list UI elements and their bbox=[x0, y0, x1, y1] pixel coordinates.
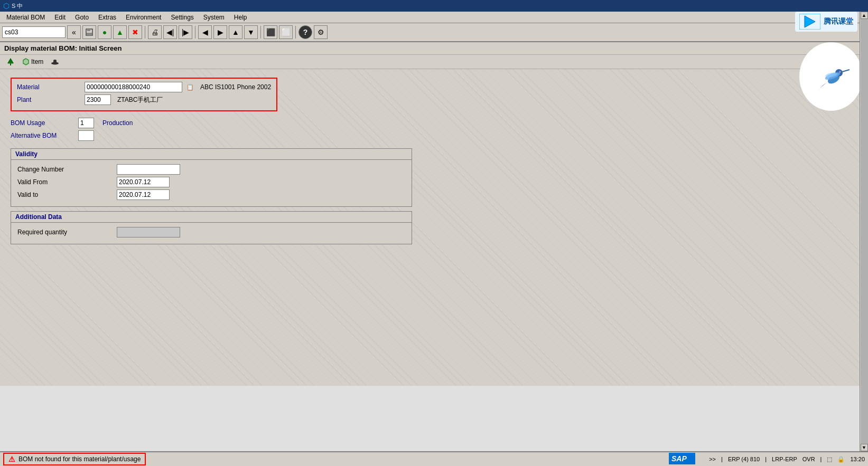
status-arrows: >> bbox=[709, 456, 716, 462]
status-bar-right: >> | ERP (4) 810 | LRP-ERP OVR | ⬚ 🔒 13:… bbox=[709, 456, 865, 463]
validity-section: Validity Change Number Valid From Valid … bbox=[11, 148, 412, 207]
menu-settings[interactable]: Settings bbox=[166, 13, 198, 22]
right-scrollbar: ▲ ▼ bbox=[860, 12, 868, 451]
alt-bom-row: Alternative BOM bbox=[11, 130, 857, 141]
up-arrow-button[interactable]: ▲ bbox=[113, 25, 127, 39]
error-message: BOM not found for this material/plant/us… bbox=[18, 455, 141, 463]
status-error-area: ⚠ BOM not found for this material/plant/… bbox=[3, 453, 146, 465]
back-nav-button[interactable]: « bbox=[67, 25, 81, 39]
valid-to-label: Valid to bbox=[17, 191, 113, 198]
svg-line-15 bbox=[842, 70, 850, 72]
save-icon bbox=[85, 28, 94, 36]
plant-input[interactable] bbox=[85, 94, 111, 105]
ovr-info: OVR bbox=[802, 456, 815, 462]
title-bar: ⬡ S 中 bbox=[0, 0, 868, 12]
hummingbird-svg bbox=[807, 53, 855, 100]
title-bar-left: ⬡ S 中 bbox=[3, 2, 23, 10]
validity-body: Change Number Valid From Valid to bbox=[11, 160, 412, 206]
tencent-logo-area: 腾讯课堂 bbox=[795, 12, 857, 32]
toolbar-separator-4 bbox=[295, 26, 296, 39]
customize-button[interactable]: ⚙ bbox=[314, 25, 328, 39]
menu-edit[interactable]: Edit bbox=[50, 13, 70, 22]
help-button[interactable]: ? bbox=[298, 25, 312, 39]
svg-rect-1 bbox=[87, 29, 90, 31]
scroll-up-arrow[interactable]: ▲ bbox=[861, 12, 868, 19]
status-separator-3: | bbox=[820, 456, 822, 462]
material-desc: ABC IS1001 Phone 2002 bbox=[200, 83, 271, 91]
toolbar-separator-3 bbox=[260, 26, 261, 39]
page-title-bar: Display material BOM: Initial Screen bbox=[0, 42, 868, 55]
edit-icon: ⬚ bbox=[827, 456, 832, 463]
print-button[interactable]: 🖨 bbox=[148, 25, 162, 39]
alt-bom-label: Alternative BOM bbox=[11, 132, 74, 139]
tree-button[interactable] bbox=[4, 56, 17, 67]
material-row: Material 📋 ABC IS1001 Phone 2002 bbox=[17, 82, 271, 92]
menu-material-bom[interactable]: Material BOM bbox=[2, 13, 49, 22]
change-number-label: Change Number bbox=[17, 166, 113, 173]
status-separator-1: | bbox=[721, 456, 723, 462]
lrp-erp-info: LRP-ERP bbox=[772, 456, 797, 462]
menu-goto[interactable]: Goto bbox=[71, 13, 93, 22]
additional-data-title: Additional Data bbox=[15, 213, 62, 221]
material-input[interactable] bbox=[85, 82, 182, 92]
lock-icon: 🔒 bbox=[837, 456, 845, 463]
sub-toolbar: Item bbox=[0, 55, 868, 69]
toolbar-separator-1 bbox=[145, 26, 145, 39]
tencent-text: 腾讯课堂 bbox=[824, 17, 853, 26]
view-button-2[interactable]: ⬜ bbox=[279, 25, 293, 39]
item-icon bbox=[22, 58, 30, 65]
find-next-button[interactable]: |▶ bbox=[179, 25, 192, 39]
bom-usage-input[interactable] bbox=[78, 118, 94, 128]
menu-help[interactable]: Help bbox=[230, 13, 251, 22]
plant-row: Plant ZTABC手机工厂 bbox=[17, 94, 271, 105]
svg-rect-2 bbox=[87, 33, 92, 35]
valid-to-row: Valid to bbox=[17, 189, 405, 200]
svg-marker-10 bbox=[805, 16, 815, 27]
change-number-input[interactable] bbox=[117, 164, 180, 175]
nav-left-button[interactable]: ◀ bbox=[198, 25, 212, 39]
material-copy-icon[interactable]: 📋 bbox=[186, 84, 194, 91]
svg-text:SAP: SAP bbox=[671, 454, 687, 463]
nav-up-button[interactable]: ▲ bbox=[229, 25, 242, 39]
plant-desc: ZTABC手机工厂 bbox=[117, 96, 163, 104]
menu-system[interactable]: System bbox=[199, 13, 229, 22]
validity-header: Validity bbox=[11, 149, 412, 160]
additional-data-section: Additional Data Required quantity bbox=[11, 211, 412, 244]
plant-label: Plant bbox=[17, 96, 80, 103]
title-bar-text: S 中 bbox=[12, 2, 23, 10]
scroll-track[interactable] bbox=[861, 19, 868, 444]
valid-to-input[interactable] bbox=[117, 189, 170, 200]
menu-extras[interactable]: Extras bbox=[94, 13, 120, 22]
nav-down-button[interactable]: ▼ bbox=[244, 25, 258, 39]
save-button[interactable] bbox=[82, 25, 96, 39]
valid-from-row: Valid From bbox=[17, 177, 405, 187]
bom-usage-row: BOM Usage Production bbox=[11, 118, 857, 128]
req-qty-row: Required quantity bbox=[17, 227, 405, 237]
find-prev-button[interactable]: ◀| bbox=[163, 25, 177, 39]
alt-bom-input[interactable] bbox=[78, 130, 94, 141]
change-number-row: Change Number bbox=[17, 164, 405, 175]
additional-data-body: Required quantity bbox=[11, 223, 412, 244]
valid-from-input[interactable] bbox=[117, 177, 170, 187]
command-input[interactable]: cs03 bbox=[2, 26, 66, 38]
bom-usage-desc: Production bbox=[102, 119, 133, 127]
bom-usage-label: BOM Usage bbox=[11, 119, 74, 127]
error-icon: ⚠ bbox=[8, 455, 15, 463]
main-content: Material 📋 ABC IS1001 Phone 2002 Plant Z… bbox=[0, 69, 868, 386]
cancel-button[interactable]: ✖ bbox=[128, 25, 142, 39]
green-circle-button[interactable]: ● bbox=[98, 25, 111, 39]
erp-info: ERP (4) 810 bbox=[728, 456, 760, 462]
menu-environment[interactable]: Environment bbox=[122, 13, 165, 22]
toolbar-separator-2 bbox=[195, 26, 195, 39]
req-qty-label: Required quantity bbox=[17, 229, 113, 236]
page-title: Display material BOM: Initial Screen bbox=[4, 44, 122, 52]
item-button[interactable]: Item bbox=[20, 57, 45, 66]
nav-right-button[interactable]: ▶ bbox=[213, 25, 227, 39]
scroll-down-arrow[interactable]: ▼ bbox=[861, 444, 868, 451]
req-qty-input[interactable] bbox=[117, 227, 180, 237]
item-label: Item bbox=[31, 58, 43, 65]
hat-button[interactable] bbox=[49, 58, 61, 66]
toolbar: cs03 « ● ▲ ✖ 🖨 ◀| |▶ ◀ ▶ ▲ ▼ ⬛ ⬜ ? ⚙ bbox=[0, 23, 868, 42]
sap-logo: SAP bbox=[669, 453, 695, 466]
view-button-1[interactable]: ⬛ bbox=[264, 25, 277, 39]
